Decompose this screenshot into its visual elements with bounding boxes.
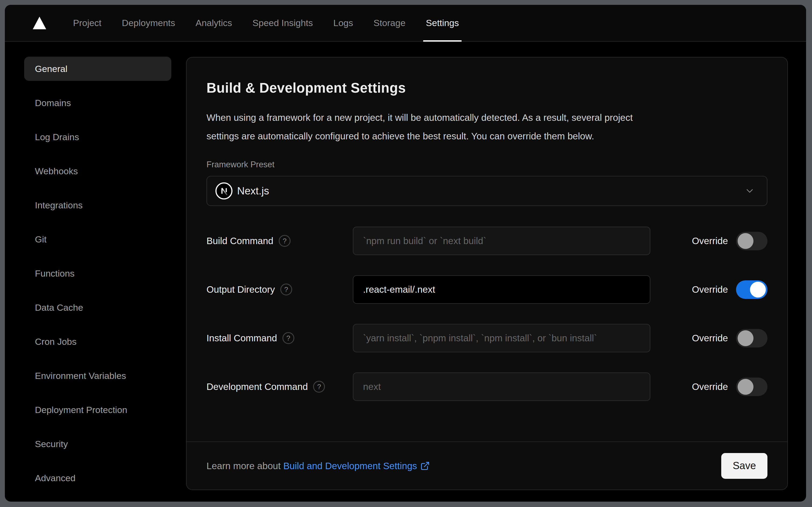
sidebar-item-webhooks[interactable]: Webhooks (24, 159, 171, 183)
external-link-icon (420, 461, 430, 471)
sidebar-item-git[interactable]: Git (24, 227, 171, 251)
toggle-knob (738, 330, 753, 346)
app-window: Project Deployments Analytics Speed Insi… (5, 5, 806, 502)
save-button[interactable]: Save (721, 453, 767, 479)
vercel-logo[interactable] (33, 5, 46, 41)
sidebar-item-integrations[interactable]: Integrations (24, 193, 171, 217)
help-icon[interactable]: ? (313, 381, 325, 393)
sidebar-item-cron-jobs[interactable]: Cron Jobs (24, 330, 171, 354)
override-label: Override (692, 381, 728, 392)
development-command-override-toggle[interactable] (736, 378, 767, 396)
help-icon[interactable]: ? (279, 235, 291, 247)
active-tab-underline (423, 40, 462, 42)
sidebar-item-environment-variables[interactable]: Environment Variables (24, 363, 171, 388)
vercel-triangle-icon (33, 17, 46, 29)
sidebar-item-domains[interactable]: Domains (24, 91, 171, 115)
sidebar-item-general[interactable]: General (24, 57, 171, 81)
tab-analytics[interactable]: Analytics (185, 5, 242, 41)
build-command-row: Build Command ? Override (207, 227, 767, 255)
development-command-label: Development Command (207, 381, 308, 392)
install-command-override-toggle[interactable] (736, 329, 767, 347)
tab-deployments[interactable]: Deployments (112, 5, 185, 41)
page-title: Build & Development Settings (207, 80, 767, 96)
tab-settings[interactable]: Settings (416, 5, 469, 41)
build-command-override-toggle[interactable] (736, 232, 767, 250)
tab-logs[interactable]: Logs (323, 5, 363, 41)
chevron-down-icon (744, 185, 755, 196)
output-directory-label: Output Directory (207, 284, 275, 295)
sidebar-item-advanced[interactable]: Advanced (24, 466, 171, 490)
development-command-row: Development Command ? Override (207, 373, 767, 401)
output-directory-row: Output Directory ? Override (207, 275, 767, 304)
output-directory-input[interactable] (353, 275, 650, 304)
install-command-row: Install Command ? Override (207, 324, 767, 352)
framework-preset-select[interactable]: Next.js (207, 176, 767, 206)
nextjs-logo-icon (215, 182, 233, 200)
override-label: Override (692, 235, 728, 246)
sidebar-item-deployment-protection[interactable]: Deployment Protection (24, 398, 171, 422)
sidebar-item-data-cache[interactable]: Data Cache (24, 295, 171, 320)
tab-project[interactable]: Project (63, 5, 112, 41)
override-label: Override (692, 284, 728, 295)
tab-speed-insights[interactable]: Speed Insights (242, 5, 323, 41)
install-command-label: Install Command (207, 333, 277, 343)
sidebar-item-security[interactable]: Security (24, 432, 171, 456)
build-settings-docs-link[interactable]: Build and Development Settings (283, 460, 430, 471)
learn-more-text: Learn more about Build and Development S… (207, 460, 430, 471)
settings-sidebar: General Domains Log Drains Webhooks Inte… (24, 42, 171, 501)
section-description: When using a framework for a new project… (207, 108, 767, 145)
framework-preset-value: Next.js (237, 185, 269, 197)
build-command-input[interactable] (353, 227, 650, 255)
toggle-knob (738, 233, 753, 249)
development-command-input[interactable] (353, 373, 650, 401)
build-command-label: Build Command (207, 235, 273, 246)
framework-preset-label: Framework Preset (207, 160, 767, 169)
install-command-input[interactable] (353, 324, 650, 352)
card-footer: Learn more about Build and Development S… (187, 442, 787, 490)
tab-storage[interactable]: Storage (363, 5, 416, 41)
sidebar-item-log-drains[interactable]: Log Drains (24, 125, 171, 149)
top-nav: Project Deployments Analytics Speed Insi… (5, 5, 806, 42)
override-label: Override (692, 333, 728, 343)
help-icon[interactable]: ? (283, 332, 294, 344)
help-icon[interactable]: ? (280, 284, 292, 295)
toggle-knob (750, 282, 766, 297)
toggle-knob (738, 379, 753, 395)
output-directory-override-toggle[interactable] (736, 280, 767, 299)
build-settings-card: Build & Development Settings When using … (186, 57, 788, 490)
sidebar-item-functions[interactable]: Functions (24, 261, 171, 285)
